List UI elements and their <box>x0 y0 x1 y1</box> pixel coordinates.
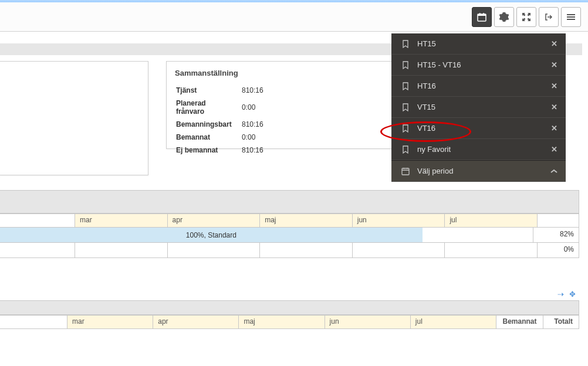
dropdown-item-ht15[interactable]: HT15 ✕ <box>391 33 566 55</box>
exit-button[interactable] <box>539 7 559 27</box>
exit-icon <box>545 13 553 21</box>
timeline-row2-pct: 0% <box>538 243 579 257</box>
summary-row: Planerad frånvaro0:00 <box>176 97 268 117</box>
summary-value: 0:00 <box>242 131 268 143</box>
month-header-2: mar apr maj jun jul Bemannat Totalt <box>0 315 579 329</box>
dropdown-item-ht15vt16[interactable]: HT15 - VT16 ✕ <box>391 55 566 76</box>
summary-label: Ej bemannat <box>176 144 241 156</box>
dropdown-period-label: Välj period <box>411 167 550 175</box>
month2-cell: maj <box>239 316 325 328</box>
timeline2-gray-bar <box>0 300 579 315</box>
month2-cell: apr <box>153 316 239 328</box>
month-cell-blank <box>0 214 75 227</box>
svg-rect-4 <box>567 14 575 15</box>
close-icon[interactable]: ✕ <box>551 60 557 69</box>
bookmark-icon <box>400 61 411 69</box>
month2-cell: jul <box>411 316 496 328</box>
dropdown-item-vt16[interactable]: VT16 ✕ <box>391 118 566 139</box>
period-dropdown: HT15 ✕ HT15 - VT16 ✕ HT16 ✕ VT15 ✕ VT16 … <box>391 33 566 182</box>
gear-icon <box>499 12 509 22</box>
timeline-gray-bar <box>0 190 579 214</box>
dropdown-item-nyfavorit[interactable]: ny Favorit ✕ <box>391 139 566 160</box>
dropdown-label: HT16 <box>411 82 551 90</box>
dropdown-label: HT15 - VT16 <box>411 60 551 69</box>
dropdown-item-vt15[interactable]: VT15 ✕ <box>391 97 566 118</box>
summary-label: Bemannat <box>176 131 241 143</box>
calendar-icon <box>477 12 486 22</box>
hamburger-icon <box>567 13 575 21</box>
svg-rect-2 <box>479 13 481 15</box>
svg-rect-7 <box>402 168 409 175</box>
close-icon[interactable]: ✕ <box>551 103 557 111</box>
timeline-bar-label: 100%, Standard <box>186 231 236 239</box>
dropdown-label: VT16 <box>411 124 551 133</box>
bookmark-icon <box>400 124 411 133</box>
dropdown-label: VT15 <box>411 103 551 111</box>
month-cell: mar <box>75 214 168 227</box>
svg-rect-1 <box>478 14 486 16</box>
dropdown-valj-period[interactable]: Välj period <box>391 160 566 182</box>
close-icon[interactable]: ✕ <box>551 39 557 48</box>
timeline-1: mar apr maj jun jul 100%, Standard 82% 0… <box>0 190 588 258</box>
month2-cell-blank <box>0 316 67 328</box>
dropdown-label: ny Favorit <box>411 145 551 154</box>
svg-rect-5 <box>567 16 575 18</box>
mini-icons: ⇢ ✥ <box>0 287 588 300</box>
month-header-1: mar apr maj jun jul <box>0 214 579 228</box>
summary-row: Bemannat0:00 <box>176 131 268 143</box>
bookmark-icon <box>400 82 411 90</box>
calendar-button[interactable] <box>472 7 492 27</box>
card-summary: Sammanställning Tjänst810:16 Planerad fr… <box>166 61 395 149</box>
bookmark-icon <box>400 40 411 48</box>
close-icon[interactable]: ✕ <box>551 82 557 90</box>
summary-title: Sammanställning <box>175 69 386 77</box>
timeline-row-bar[interactable]: 100%, Standard 82% <box>0 228 579 243</box>
bookmark-icon <box>400 103 411 111</box>
bookmark-icon <box>400 145 411 154</box>
summary-row: Tjänst810:16 <box>176 84 268 96</box>
dropdown-label: HT15 <box>411 39 551 48</box>
card-empty <box>0 61 148 175</box>
collapse-icon[interactable]: ⇢ <box>557 290 566 298</box>
summary-table: Tjänst810:16 Planerad frånvaro0:00 Beman… <box>175 83 269 157</box>
timeline-row-empty: 0% <box>0 243 579 258</box>
calendar-icon <box>400 167 411 175</box>
month-cell: maj <box>260 214 353 227</box>
col-bemannat: Bemannat <box>496 316 543 328</box>
summary-value: 810:16 <box>242 144 268 156</box>
menu-button[interactable] <box>561 7 581 27</box>
expand-icon <box>522 13 530 21</box>
summary-value: 0:00 <box>242 97 268 117</box>
summary-label: Planerad frånvaro <box>176 97 241 117</box>
summary-row: Ej bemannat810:16 <box>176 144 268 156</box>
top-toolbar <box>0 2 588 32</box>
summary-row: Bemanningsbart810:16 <box>176 118 268 130</box>
summary-label: Tjänst <box>176 84 241 96</box>
fullscreen-button[interactable] <box>516 7 536 27</box>
month-cell: apr <box>168 214 261 227</box>
summary-value: 810:16 <box>242 84 268 96</box>
timeline-pct: 82% <box>560 230 574 238</box>
month2-cell: mar <box>67 316 153 328</box>
close-icon[interactable]: ✕ <box>551 145 557 154</box>
svg-rect-3 <box>484 13 485 15</box>
summary-value: 810:16 <box>242 118 268 130</box>
chevron-up-icon <box>550 169 557 174</box>
dropdown-item-ht16[interactable]: HT16 ✕ <box>391 76 566 97</box>
expand-all-icon[interactable]: ✥ <box>569 290 577 298</box>
month-cell: jul <box>445 214 538 227</box>
close-icon[interactable]: ✕ <box>551 124 557 133</box>
summary-label: Bemanningsbart <box>176 118 241 130</box>
month-cell: jun <box>353 214 445 227</box>
svg-rect-6 <box>567 19 575 20</box>
month2-cell: jun <box>325 316 411 328</box>
settings-button[interactable] <box>494 7 514 27</box>
month-cell-end <box>538 214 579 227</box>
col-totalt: Totalt <box>543 316 579 328</box>
timeline-bar[interactable]: 100%, Standard <box>0 228 423 242</box>
